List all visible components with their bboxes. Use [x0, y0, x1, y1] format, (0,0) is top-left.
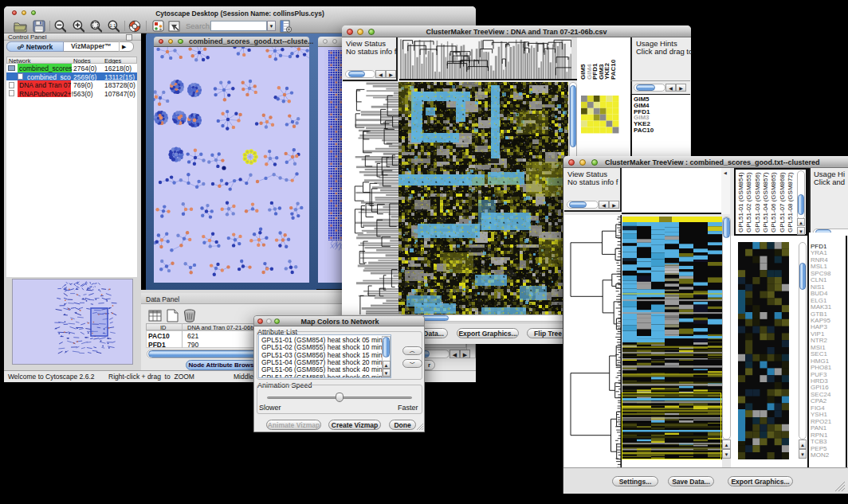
svg-text:1:1: 1:1 [110, 23, 116, 28]
